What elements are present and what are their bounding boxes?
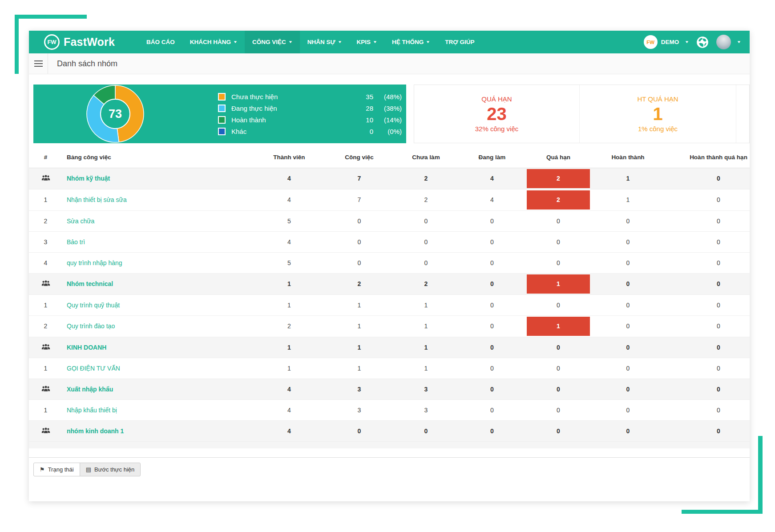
nav-item-báo-cáo[interactable]: BÁO CÁO: [139, 31, 182, 53]
value-cell: 0: [595, 441, 661, 448]
overdue-summary-card: QUÁ HẠN 23 32% công việc HT QUÁ HẠN 1 1%…: [414, 85, 750, 143]
value-cell: 2: [249, 315, 329, 337]
flag-icon: ⚑: [40, 466, 45, 473]
board-link[interactable]: Nhận thiết bị sửa sữa: [67, 196, 127, 203]
value-cell: 4: [463, 189, 521, 210]
legend-item: Hoàn thành10(14%): [218, 114, 402, 125]
value-cell: 2: [389, 189, 463, 210]
value-cell: 0: [521, 294, 595, 315]
list-icon: ▤: [86, 466, 91, 473]
board-link[interactable]: Bảo trì: [67, 238, 85, 246]
value-cell: 0: [389, 231, 463, 252]
board-link[interactable]: Quy trình quỹ thuật: [67, 302, 120, 309]
groups-table-container[interactable]: #Bảng công việcThành viênCông việcChưa l…: [29, 147, 750, 448]
value-cell: 0: [463, 315, 521, 337]
users-icon: [41, 280, 50, 286]
language-globe-icon[interactable]: [696, 36, 709, 48]
board-link[interactable]: Kịch Bản: [67, 448, 94, 449]
value-cell: 0: [463, 210, 521, 231]
status-donut-chart: 73: [86, 85, 145, 143]
board-link[interactable]: Xuất nhập khẩu: [67, 386, 113, 393]
value-cell: 0: [595, 294, 661, 315]
footer-button-label: Bước thực hiện: [94, 466, 134, 473]
board-name-cell: Nhận thiết bị sửa sữa: [62, 189, 249, 210]
value-cell: 0: [389, 420, 463, 441]
main-menu: BÁO CÁOKHÁCH HÀNG▼CÔNG VIỆC▼NHÂN SỰ▼KPIS…: [139, 31, 482, 53]
workspace-switcher[interactable]: FW DEMO ▼: [644, 35, 689, 49]
board-name-cell: Nhóm kỹ thuật: [62, 168, 249, 189]
legend-swatch-icon: [218, 116, 226, 124]
value-cell: 0: [389, 210, 463, 231]
board-link[interactable]: KINH DOANH: [67, 344, 106, 351]
legend-count: 28: [359, 105, 373, 112]
board-link[interactable]: GỌI ĐIỆN TƯ VẤN: [67, 365, 120, 372]
footer-button-flag[interactable]: ⚑Trạng thái: [33, 463, 80, 476]
row-index: 4: [29, 252, 62, 273]
value-cell: 1: [595, 189, 661, 210]
overdue-badge: 2: [527, 169, 590, 188]
legend-percent: (14%): [373, 116, 402, 124]
value-cell: 5: [249, 210, 329, 231]
board-link[interactable]: quy trình nhập hàng: [67, 259, 122, 266]
column-header: Công việc: [329, 147, 389, 168]
overdue-badge: 1: [527, 274, 590, 294]
legend-percent: (48%): [373, 93, 402, 101]
chart-legend: Chưa thực hiện35(48%)Đang thực hiện28(38…: [218, 91, 402, 137]
done-overdue-value: 1: [653, 105, 662, 123]
value-cell: 1: [389, 294, 463, 315]
chevron-down-icon: ▼: [426, 40, 430, 44]
value-cell: 3: [329, 379, 389, 399]
value-cell: 0: [521, 252, 595, 273]
workspace-name: DEMO: [661, 39, 679, 45]
card-divider: [736, 85, 749, 143]
row-index: 2: [29, 210, 62, 231]
value-cell: 0: [521, 441, 595, 448]
footer-button-list[interactable]: ▤Bước thực hiện: [80, 463, 141, 476]
value-cell: 0: [329, 420, 389, 441]
value-cell: 1: [389, 315, 463, 337]
value-cell: 0: [661, 358, 750, 379]
board-link[interactable]: Nhóm kỹ thuật: [67, 175, 110, 182]
board-name-cell: Sửa chữa: [62, 210, 249, 231]
row-index: 3: [29, 231, 62, 252]
value-cell: 3: [389, 399, 463, 420]
nav-item-hệ-thống[interactable]: HỆ THỐNG▼: [384, 31, 437, 53]
board-link[interactable]: Nhập khẩu thiết bị: [67, 407, 117, 414]
nav-item-trợ-giúp[interactable]: TRỢ GIÚP: [437, 31, 482, 53]
user-menu[interactable]: ▼: [716, 35, 741, 49]
value-cell: 1: [521, 273, 595, 294]
board-link[interactable]: Nhóm technical: [67, 280, 113, 287]
value-cell: 0: [521, 379, 595, 399]
chevron-down-icon: ▼: [337, 40, 342, 44]
donut-total: 73: [109, 107, 122, 121]
board-link[interactable]: nhóm kinh doanh 1: [67, 427, 124, 435]
value-cell: 1: [249, 337, 329, 358]
value-cell: 0: [595, 337, 661, 358]
nav-item-kpis[interactable]: KPIS▼: [349, 31, 384, 53]
board-row: 3Bảo trì4000000: [29, 231, 750, 252]
value-cell: 4: [249, 231, 329, 252]
brand-logo[interactable]: FW FastWork: [44, 31, 115, 53]
value-cell: 0: [329, 252, 389, 273]
board-row: 1Quy trình quỹ thuật1110000: [29, 294, 750, 315]
value-cell: 7: [329, 168, 389, 189]
value-cell: 1: [329, 441, 389, 448]
board-link[interactable]: Quy trình đào tạo: [67, 322, 115, 330]
row-index: 1: [29, 189, 62, 210]
value-cell: 0: [595, 420, 661, 441]
value-cell: 0: [463, 399, 521, 420]
board-link[interactable]: Sửa chữa: [67, 218, 94, 225]
board-name-cell: Quy trình đào tạo: [62, 315, 249, 337]
legend-count: 0: [359, 128, 373, 135]
nav-item-nhân-sự[interactable]: NHÂN SỰ▼: [300, 31, 349, 53]
value-cell: 0: [463, 231, 521, 252]
legend-percent: (0%): [373, 128, 402, 135]
value-cell: 0: [595, 231, 661, 252]
column-header: #: [29, 147, 62, 168]
board-row: 1GỌI ĐIỆN TƯ VẤN1110000: [29, 358, 750, 379]
value-cell: 0: [661, 399, 750, 420]
nav-item-công-việc[interactable]: CÔNG VIỆC▼: [245, 31, 300, 53]
nav-item-khách-hàng[interactable]: KHÁCH HÀNG▼: [182, 31, 245, 53]
sidebar-toggle-button[interactable]: [29, 53, 48, 74]
chevron-down-icon: ▼: [288, 40, 293, 44]
